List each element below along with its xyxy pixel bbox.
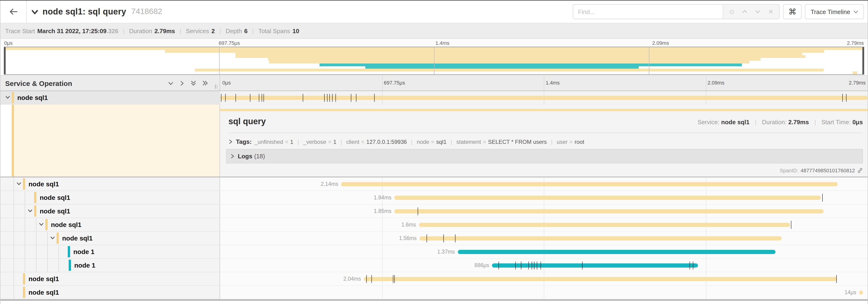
span-tree-cell[interactable]: node sql1 bbox=[0, 177, 220, 191]
span-bar[interactable] bbox=[394, 209, 824, 213]
locate-icon[interactable] bbox=[725, 5, 738, 18]
span-bar[interactable] bbox=[419, 223, 790, 227]
log-marker[interactable] bbox=[689, 262, 690, 269]
trace-view-menu-button[interactable]: Trace Timeline bbox=[805, 4, 864, 19]
log-marker[interactable] bbox=[417, 207, 418, 215]
log-marker[interactable] bbox=[534, 262, 534, 269]
log-marker[interactable] bbox=[427, 234, 427, 242]
span-tree-cell[interactable]: node sql1 bbox=[0, 191, 220, 205]
collapse-one-icon[interactable] bbox=[168, 80, 174, 86]
find-input[interactable] bbox=[573, 5, 723, 19]
span-bar[interactable] bbox=[420, 236, 782, 240]
span-timeline-cell[interactable]: 1.37ms bbox=[220, 245, 868, 259]
logs-expand-chevron-icon[interactable] bbox=[230, 154, 235, 159]
span-timeline-cell[interactable]: 1.84ms bbox=[220, 191, 868, 205]
log-marker[interactable] bbox=[221, 94, 221, 102]
expand-all-icon[interactable] bbox=[202, 80, 208, 87]
tag-value: root bbox=[575, 138, 584, 145]
tags-expand-chevron-icon[interactable] bbox=[228, 139, 232, 144]
collapse-trace-chevron-icon[interactable] bbox=[31, 9, 38, 14]
log-marker[interactable] bbox=[372, 275, 372, 283]
span-service-name: node 1 bbox=[74, 259, 95, 272]
log-marker[interactable] bbox=[327, 94, 327, 102]
log-marker[interactable] bbox=[366, 275, 367, 283]
log-marker[interactable] bbox=[259, 94, 259, 102]
span-timeline-cell[interactable] bbox=[220, 91, 868, 105]
span-bar[interactable] bbox=[458, 250, 775, 254]
span-timeline-cell[interactable]: 886μs bbox=[220, 259, 868, 272]
log-marker[interactable] bbox=[332, 94, 333, 102]
log-marker[interactable] bbox=[351, 94, 351, 102]
span-timeline-cell[interactable]: 1.6ms bbox=[220, 218, 868, 232]
log-marker[interactable] bbox=[498, 262, 499, 269]
logs-row[interactable]: Logs (18) bbox=[226, 149, 863, 163]
span-bar[interactable] bbox=[859, 291, 863, 295]
span-expand-chevron-icon[interactable] bbox=[50, 235, 55, 240]
log-marker[interactable] bbox=[693, 262, 693, 269]
span-tree-cell[interactable]: node sql1 bbox=[0, 286, 220, 299]
log-marker[interactable] bbox=[394, 275, 395, 283]
span-timeline-cell[interactable]: 2.14ms bbox=[220, 177, 868, 191]
span-tree-cell[interactable]: node 1 bbox=[0, 245, 220, 259]
log-marker[interactable] bbox=[842, 94, 843, 102]
minimap-left-handle[interactable] bbox=[4, 47, 6, 74]
log-marker[interactable] bbox=[531, 262, 532, 269]
log-marker[interactable] bbox=[791, 221, 792, 229]
copy-link-icon[interactable] bbox=[857, 168, 863, 173]
span-bar[interactable] bbox=[341, 182, 838, 186]
log-marker[interactable] bbox=[236, 94, 236, 102]
log-marker[interactable] bbox=[335, 94, 336, 102]
span-bar[interactable] bbox=[394, 196, 821, 200]
span-tree-cell[interactable]: node sql1 bbox=[0, 232, 220, 245]
span-expand-chevron-icon[interactable] bbox=[5, 95, 10, 100]
span-tree-cell[interactable]: node 1 bbox=[0, 259, 220, 272]
log-marker[interactable] bbox=[540, 262, 541, 269]
span-expand-chevron-icon[interactable] bbox=[39, 222, 44, 227]
log-marker[interactable] bbox=[822, 194, 823, 202]
tags-row[interactable]: Tags: _unfinished=1|_verbose=1|client=12… bbox=[228, 138, 863, 145]
span-bar[interactable] bbox=[364, 277, 837, 281]
span-expand-chevron-icon[interactable] bbox=[17, 181, 22, 186]
span-timeline-cell[interactable]: 2.04ms bbox=[220, 272, 868, 286]
log-marker[interactable] bbox=[264, 94, 264, 102]
log-marker[interactable] bbox=[374, 94, 375, 102]
log-marker[interactable] bbox=[521, 262, 522, 269]
span-timeline-cell[interactable]: 14μs bbox=[220, 286, 868, 299]
column-resize-grip[interactable] bbox=[215, 85, 217, 89]
log-marker[interactable] bbox=[303, 94, 303, 102]
clear-find-icon[interactable] bbox=[764, 5, 777, 18]
span-bar[interactable] bbox=[220, 96, 868, 100]
expand-one-icon[interactable] bbox=[179, 80, 185, 86]
minimap-right-handle[interactable] bbox=[862, 47, 864, 74]
span-expand-chevron-icon[interactable] bbox=[28, 208, 33, 213]
span-detail-bar-strip bbox=[220, 109, 868, 111]
log-marker[interactable] bbox=[225, 94, 226, 102]
span-tree-cell[interactable]: node sql1 bbox=[0, 272, 220, 286]
keyboard-shortcuts-button[interactable]: ⌘ bbox=[783, 4, 802, 19]
next-match-icon[interactable] bbox=[751, 5, 764, 18]
log-marker[interactable] bbox=[528, 262, 529, 269]
log-marker[interactable] bbox=[261, 94, 262, 102]
span-tree-cell[interactable]: node sql1 bbox=[0, 91, 220, 105]
span-tree-cell[interactable]: node sql1 bbox=[0, 218, 220, 232]
span-timeline-cell[interactable]: 1.85ms bbox=[220, 205, 868, 218]
log-marker[interactable] bbox=[836, 275, 837, 283]
back-button[interactable] bbox=[0, 0, 27, 23]
log-marker[interactable] bbox=[393, 275, 393, 283]
log-marker[interactable] bbox=[324, 94, 325, 102]
log-marker[interactable] bbox=[515, 262, 516, 269]
log-marker[interactable] bbox=[455, 234, 456, 242]
log-marker[interactable] bbox=[250, 94, 250, 102]
log-marker[interactable] bbox=[537, 262, 537, 269]
timeline-minimap[interactable] bbox=[4, 47, 864, 75]
log-marker[interactable] bbox=[443, 234, 444, 242]
log-marker[interactable] bbox=[846, 94, 847, 102]
prev-match-icon[interactable] bbox=[738, 5, 751, 18]
log-marker[interactable] bbox=[329, 94, 330, 102]
collapse-all-icon[interactable] bbox=[190, 80, 197, 87]
span-tree-cell[interactable]: node sql1 bbox=[0, 205, 220, 218]
span-timeline-cell[interactable]: 1.56ms bbox=[220, 232, 868, 245]
log-marker[interactable] bbox=[582, 262, 583, 269]
log-marker[interactable] bbox=[356, 94, 356, 102]
span-bar[interactable] bbox=[492, 263, 698, 268]
